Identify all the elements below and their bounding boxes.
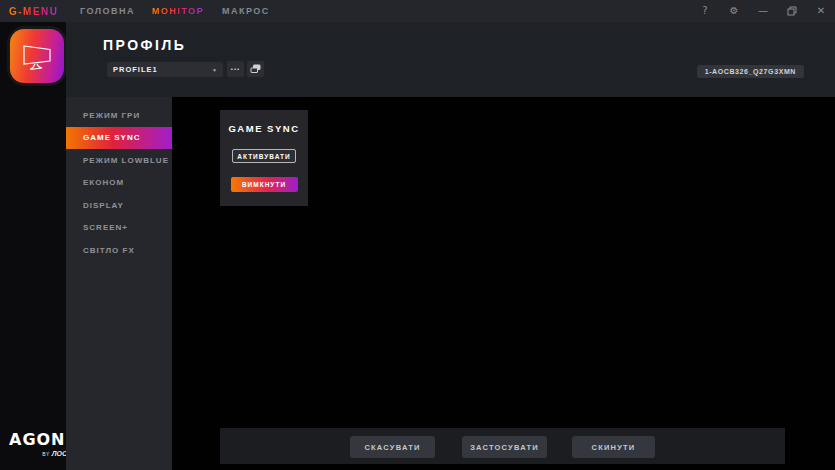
by-label: BY [42,451,50,457]
profile-dropdown[interactable]: PROFILE1 ▼ [107,62,223,77]
monitor-app-icon[interactable] [10,29,64,83]
settings-sidebar: РЕЖИМ ГРИ GAME SYNC РЕЖИМ LOWBLUE ЕКОНОМ… [66,97,172,470]
copy-icon [250,64,261,74]
gear-icon[interactable]: ⚙ [728,5,740,17]
aoc-logo: ЛOC [52,450,67,457]
help-icon[interactable]: ? [699,5,711,17]
profile-copy-button[interactable] [247,61,264,77]
profile-header: ПРОФІЛЬ PROFILE1 ▼ ••• 1-AOCB326_Q27G3XM… [66,22,835,97]
sidebar-item-display[interactable]: DISPLAY [66,194,172,217]
device-id-badge: 1-AOCB326_Q27G3XMN [697,65,804,78]
sidebar-item-game-sync[interactable]: GAME SYNC [66,127,172,150]
sidebar-item-lowblue-mode[interactable]: РЕЖИМ LOWBLUE [66,149,172,172]
deactivate-button[interactable]: ВИМКНУТИ [231,177,298,192]
sidebar-item-screen-plus[interactable]: SCREEN+ [66,217,172,240]
sidebar-item-light-fx[interactable]: СВІТЛО FX [66,239,172,262]
window-controls: ? ⚙ — ✕ [699,0,827,22]
chevron-down-icon: ▼ [212,67,217,73]
agon-byline: BY ЛOC [9,450,67,457]
game-sync-card: GAME SYNC АКТИВУВАТИ ВИМКНУТИ [220,110,308,206]
tab-macro[interactable]: МАКРОС [222,0,270,22]
sidebar-item-econom[interactable]: ЕКОНОМ [66,172,172,195]
app-logo: G-MENU [9,0,59,22]
tab-home[interactable]: ГОЛОВНА [80,0,135,22]
agon-logo: AGON BY ЛOC [9,430,67,457]
monitor-glyph [19,39,55,73]
profile-dropdown-value: PROFILE1 [113,65,212,74]
tab-monitor[interactable]: МОНІТОР [152,0,204,22]
maximize-icon[interactable] [786,5,798,17]
titlebar: G-MENU ГОЛОВНА МОНІТОР МАКРОС ? ⚙ — ✕ [0,0,835,22]
cancel-button[interactable]: СКАСУВАТИ [350,436,435,458]
main-content: GAME SYNC АКТИВУВАТИ ВИМКНУТИ СКАСУВАТИ … [172,97,835,470]
profile-more-button[interactable]: ••• [227,61,244,77]
page-title: ПРОФІЛЬ [103,37,186,53]
activate-button[interactable]: АКТИВУВАТИ [232,149,296,163]
close-icon[interactable]: ✕ [815,5,827,17]
minimize-icon[interactable]: — [757,5,769,17]
left-rail: AGON BY ЛOC [0,22,66,470]
game-sync-title: GAME SYNC [228,123,299,134]
sidebar-item-game-mode[interactable]: РЕЖИМ ГРИ [66,104,172,127]
reset-button[interactable]: СКИНУТИ [572,436,655,458]
agon-wordmark: AGON [9,430,67,449]
action-bar: СКАСУВАТИ ЗАСТОСУВАТИ СКИНУТИ [220,428,785,464]
apply-button[interactable]: ЗАСТОСУВАТИ [462,436,547,458]
g-menu-window: G-MENU ГОЛОВНА МОНІТОР МАКРОС ? ⚙ — ✕ [0,0,835,470]
